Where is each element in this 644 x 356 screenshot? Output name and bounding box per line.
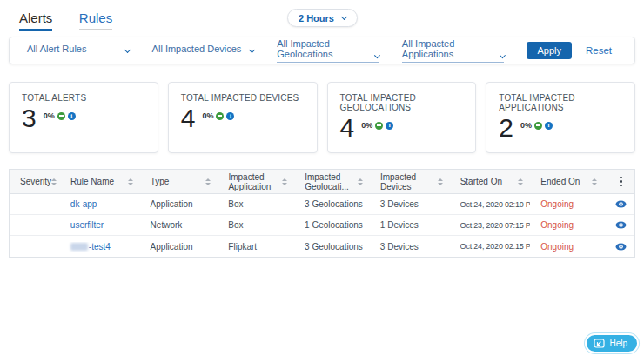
table-row[interactable]: dk-app Application Box 3 Geolocations 3 … (10, 194, 634, 215)
trend-percent: 0% (361, 121, 372, 130)
info-icon[interactable]: i (545, 122, 553, 130)
impacted-geolocations-dropdown[interactable]: All Impacted Geolocations (277, 38, 379, 63)
info-icon[interactable]: i (68, 112, 76, 120)
col-type: Type (140, 177, 218, 186)
started-on: Oct 24, 2020 02:10 PM PDT (450, 200, 531, 209)
reset-button[interactable]: Reset (586, 45, 612, 56)
sort-icon[interactable] (205, 178, 211, 185)
trend-percent: 0% (44, 111, 55, 120)
sort-icon[interactable] (592, 178, 597, 185)
info-icon[interactable]: i (386, 122, 393, 130)
rule-name-link[interactable]: -test4 (89, 242, 111, 252)
trend-percent: 0% (520, 121, 532, 130)
chevron-down-icon (341, 13, 347, 19)
impacted-devices: 1 Devices (370, 220, 450, 230)
col-impacted-application: Impacted Application (218, 172, 294, 191)
help-icon (594, 339, 605, 348)
col-rule-name: Rule Name (60, 177, 140, 186)
table-row[interactable]: -test4 Application Flipkart 3 Geolocatio… (10, 236, 634, 257)
tab-alerts[interactable]: Alerts (19, 10, 52, 31)
chevron-down-icon (374, 52, 380, 58)
sort-icon[interactable] (51, 178, 57, 185)
sort-icon[interactable] (438, 178, 443, 185)
trend-icon (534, 122, 542, 130)
eye-icon[interactable] (615, 200, 627, 208)
summary-cards: TOTAL ALERTS 3 0% i TOTAL IMPACTED DEVIC… (9, 82, 635, 153)
time-range-value: 2 Hours (299, 13, 334, 24)
impacted-devices: 3 Devices (370, 242, 450, 252)
impacted-geolocations-dropdown-label: All Impacted Geolocations (277, 38, 375, 59)
eye-icon[interactable] (615, 221, 627, 229)
impacted-devices-dropdown-label: All Impacted Devices (152, 44, 242, 54)
impacted-applications-dropdown-label: All Impacted Applications (402, 38, 500, 59)
card-value: 4 (340, 115, 355, 141)
impacted-geolocations: 3 Geolocations (294, 242, 370, 252)
tab-rules[interactable]: Rules (79, 10, 112, 30)
trend-icon (375, 122, 383, 130)
redacted-text (70, 243, 88, 251)
sort-icon[interactable] (128, 178, 133, 185)
card-value: 2 (499, 115, 513, 141)
alert-rules-dropdown[interactable]: All Alert Rules (27, 44, 130, 57)
card-value: 3 (22, 105, 37, 131)
table-row[interactable]: userfilter Network Box 1 Geolocations 1 … (10, 215, 634, 236)
card-total-impacted-applications: TOTAL IMPACTED APPLICATIONS 2 0% i (486, 82, 635, 153)
card-total-alerts: TOTAL ALERTS 3 0% i (9, 82, 158, 153)
info-icon[interactable]: i (226, 112, 234, 120)
trend-percent: 0% (202, 111, 213, 120)
card-total-impacted-geolocations: TOTAL IMPACTED GEOLOCATIONS 4 0% i (327, 82, 477, 153)
apply-button[interactable]: Apply (527, 42, 572, 59)
impacted-applications-dropdown[interactable]: All Impacted Applications (402, 38, 505, 63)
filter-bar: All Alert Rules All Impacted Devices All… (9, 37, 635, 64)
sort-icon[interactable] (518, 178, 523, 185)
impacted-application: Box (218, 220, 294, 230)
col-severity: Severity (10, 177, 60, 186)
eye-icon[interactable] (615, 243, 627, 251)
card-title: TOTAL ALERTS (22, 93, 145, 103)
ended-on-status: Ongoing (530, 199, 604, 209)
col-ended-on: Ended On (530, 177, 604, 186)
rule-type: Application (140, 242, 218, 252)
impacted-devices-dropdown[interactable]: All Impacted Devices (152, 44, 255, 57)
top-bar: Alerts Rules 2 Hours (0, 0, 644, 33)
help-label: Help (609, 339, 627, 348)
col-impacted-devices: Impacted Devices (370, 172, 450, 191)
impacted-geolocations: 1 Geolocations (294, 220, 370, 230)
started-on: Oct 23, 2020 07:15 PM PDT (450, 221, 531, 230)
ended-on-status: Ongoing (530, 220, 604, 230)
trend-icon (216, 112, 224, 120)
ended-on-status: Ongoing (530, 242, 604, 252)
help-button[interactable]: Help (585, 333, 639, 353)
col-started-on: Started On (450, 177, 531, 186)
card-title: TOTAL IMPACTED GEOLOCATIONS (340, 93, 464, 112)
alerts-table: Severity Rule Name Type Impacted Applica… (9, 169, 635, 258)
impacted-application: Flipkart (218, 242, 294, 252)
sort-icon[interactable] (358, 178, 363, 185)
started-on: Oct 24, 2020 02:15 PM PDT (450, 242, 531, 251)
card-title: TOTAL IMPACTED DEVICES (181, 93, 305, 103)
rule-name-link[interactable]: userfilter (70, 220, 104, 230)
kebab-menu-icon[interactable] (620, 177, 622, 187)
impacted-devices: 3 Devices (370, 199, 450, 209)
time-range-dropdown[interactable]: 2 Hours (287, 9, 358, 27)
card-value: 4 (181, 105, 196, 131)
sort-icon[interactable] (282, 178, 287, 185)
table-header-row: Severity Rule Name Type Impacted Applica… (10, 170, 634, 194)
col-actions (604, 177, 634, 187)
trend-icon (57, 112, 65, 120)
rule-type: Application (140, 199, 218, 209)
impacted-geolocations: 3 Geolocations (294, 199, 370, 209)
rule-name-link[interactable]: dk-app (70, 199, 97, 209)
chevron-down-icon (124, 47, 131, 53)
chevron-down-icon (249, 47, 255, 53)
card-total-impacted-devices: TOTAL IMPACTED DEVICES 4 0% i (168, 82, 318, 153)
col-impacted-geolocations: Impacted Geolocati... (294, 172, 370, 191)
rule-type: Network (140, 220, 218, 230)
impacted-application: Box (218, 199, 294, 209)
alert-rules-dropdown-label: All Alert Rules (27, 44, 86, 54)
card-title: TOTAL IMPACTED APPLICATIONS (499, 93, 622, 112)
